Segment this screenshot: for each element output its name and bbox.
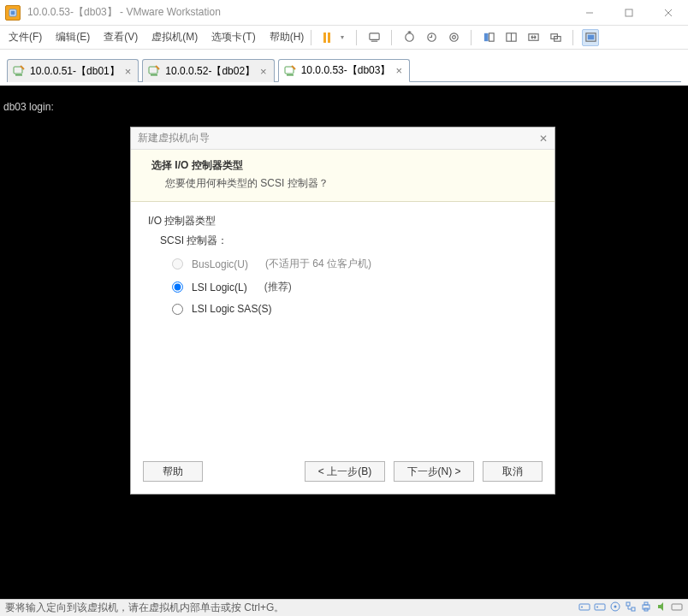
radio-lsisas-input[interactable] <box>172 304 183 315</box>
close-button[interactable] <box>654 0 683 26</box>
tab-db01[interactable]: 10.0.0.51-【db01】 × <box>7 59 139 82</box>
help-button[interactable]: 帮助 <box>143 461 203 482</box>
input-icon[interactable] <box>671 601 683 615</box>
svg-rect-12 <box>484 33 489 41</box>
menu-vm[interactable]: 虚拟机(M) <box>151 30 198 44</box>
tab-label: 10.0.0.53-【db03】 <box>301 63 391 78</box>
dialog-heading: 选择 I/O 控制器类型 <box>151 158 534 173</box>
radio-lsisas[interactable]: LSI Logic SAS(S) <box>172 303 537 315</box>
svg-point-10 <box>450 33 458 41</box>
dialog-title: 新建虚拟机向导 <box>138 131 210 145</box>
svg-point-28 <box>581 607 583 608</box>
radio-lsilogic-label: LSI Logic(L) <box>192 281 247 293</box>
tabstrip: 10.0.0.51-【db01】 × 10.0.0.52-【db02】 × 10… <box>7 58 681 82</box>
svg-rect-25 <box>285 67 294 74</box>
dialog-header: 选择 I/O 控制器类型 您要使用何种类型的 SCSI 控制器？ <box>131 150 555 202</box>
io-controller-group-label: I/O 控制器类型 <box>148 214 537 228</box>
send-ctrl-alt-del-icon[interactable] <box>365 29 383 46</box>
sound-icon[interactable] <box>655 601 667 615</box>
svg-point-8 <box>406 33 413 41</box>
svg-point-30 <box>596 607 598 608</box>
dialog-body: I/O 控制器类型 SCSI 控制器： BusLogic(U) (不适用于 64… <box>131 202 555 335</box>
fullscreen-icon[interactable] <box>582 29 599 46</box>
tab-db02[interactable]: 10.0.0.52-【db02】 × <box>142 59 274 82</box>
menu-edit[interactable]: 编辑(E) <box>56 30 90 44</box>
minimize-button[interactable] <box>575 0 604 26</box>
cd-icon[interactable] <box>609 601 621 615</box>
svg-rect-26 <box>287 74 294 76</box>
radio-buslogic-label: BusLogic(U) <box>192 258 248 270</box>
app-icon <box>5 5 21 21</box>
window-titlebar: 10.0.0.53-【db03】 - VMware Workstation <box>0 0 688 26</box>
hdd2-icon[interactable] <box>594 601 606 615</box>
tab-label: 10.0.0.51-【db01】 <box>30 64 120 79</box>
radio-lsisas-label: LSI Logic SAS(S) <box>192 303 271 315</box>
svg-rect-1 <box>11 10 15 15</box>
svg-rect-27 <box>579 604 590 610</box>
pause-icon[interactable] <box>318 29 335 46</box>
svg-rect-22 <box>15 74 22 76</box>
close-tab-icon[interactable]: × <box>260 65 267 78</box>
svg-rect-24 <box>151 74 157 76</box>
tab-label: 10.0.0.52-【db02】 <box>165 64 255 79</box>
radio-lsilogic-input[interactable] <box>172 281 183 293</box>
dialog-titlebar: 新建虚拟机向导 ✕ <box>131 127 555 150</box>
radio-buslogic-input <box>172 258 183 270</box>
terminal-line: db03 login: <box>3 101 685 113</box>
hdd-icon[interactable] <box>578 601 590 615</box>
toolbar: ▾ <box>318 29 599 46</box>
snapshot-manage-icon[interactable] <box>445 29 462 46</box>
svg-rect-13 <box>489 33 494 41</box>
view-multi-icon[interactable] <box>502 29 519 46</box>
view-single-icon[interactable] <box>480 29 497 46</box>
svg-rect-20 <box>588 35 595 40</box>
svg-rect-33 <box>626 602 630 606</box>
radio-lsilogic[interactable]: LSI Logic(L) (推荐) <box>172 280 537 294</box>
snapshot-icon[interactable] <box>400 29 418 46</box>
tab-db03[interactable]: 10.0.0.53-【db03】 × <box>278 59 410 82</box>
back-button[interactable]: < 上一步(B) <box>305 461 385 482</box>
printer-icon[interactable] <box>640 601 652 615</box>
radio-lsilogic-hint: (推荐) <box>264 280 292 294</box>
svg-rect-6 <box>370 33 379 40</box>
view-unity-icon[interactable] <box>547 29 564 46</box>
tabstrip-area: 10.0.0.51-【db01】 × 10.0.0.52-【db02】 × 10… <box>0 50 688 82</box>
view-stretch-icon[interactable] <box>525 29 542 46</box>
svg-rect-3 <box>626 9 632 16</box>
pause-dropdown-icon[interactable]: ▾ <box>341 33 347 41</box>
statusbar: 要将输入定向到该虚拟机，请在虚拟机内部单击或按 Ctrl+G。 <box>0 599 688 616</box>
radio-buslogic-hint: (不适用于 64 位客户机) <box>265 257 371 271</box>
next-button[interactable]: 下一步(N) > <box>394 461 474 482</box>
scsi-controller-label: SCSI 控制器： <box>160 234 537 248</box>
close-tab-icon[interactable]: × <box>125 65 132 78</box>
dialog-footer: 帮助 < 上一步(B) 下一步(N) > 取消 <box>131 454 555 494</box>
svg-point-32 <box>614 606 617 608</box>
svg-rect-38 <box>672 604 682 610</box>
svg-rect-23 <box>149 67 157 74</box>
svg-rect-36 <box>644 602 648 605</box>
vm-icon <box>148 65 160 77</box>
menu-file[interactable]: 文件(F) <box>9 30 42 44</box>
window-title: 10.0.0.53-【db03】 - VMware Workstation <box>27 5 575 20</box>
menu-tabs[interactable]: 选项卡(T) <box>211 30 255 44</box>
cancel-button[interactable]: 取消 <box>483 461 543 482</box>
dialog-subheading: 您要使用何种类型的 SCSI 控制器？ <box>165 176 534 191</box>
network-icon[interactable] <box>625 601 637 615</box>
dialog-close-icon[interactable]: ✕ <box>539 133 548 145</box>
maximize-button[interactable] <box>614 0 644 26</box>
close-tab-icon[interactable]: × <box>395 64 402 77</box>
menu-help[interactable]: 帮助(H) <box>270 30 305 44</box>
svg-rect-29 <box>595 604 605 610</box>
statusbar-icons <box>578 601 683 615</box>
svg-rect-34 <box>632 607 635 611</box>
new-vm-wizard-dialog: 新建虚拟机向导 ✕ 选择 I/O 控制器类型 您要使用何种类型的 SCSI 控制… <box>130 127 555 495</box>
snapshot-revert-icon[interactable] <box>423 29 440 46</box>
menu-view[interactable]: 查看(V) <box>104 30 138 44</box>
status-text: 要将输入定向到该虚拟机，请在虚拟机内部单击或按 Ctrl+G。 <box>5 601 284 615</box>
vm-icon <box>13 65 25 77</box>
radio-buslogic: BusLogic(U) (不适用于 64 位客户机) <box>172 257 537 271</box>
vm-icon <box>284 65 296 77</box>
menubar: 文件(F) 编辑(E) 查看(V) 虚拟机(M) 选项卡(T) 帮助(H) ▾ <box>0 26 688 50</box>
svg-rect-21 <box>14 67 22 74</box>
svg-point-11 <box>452 36 455 39</box>
